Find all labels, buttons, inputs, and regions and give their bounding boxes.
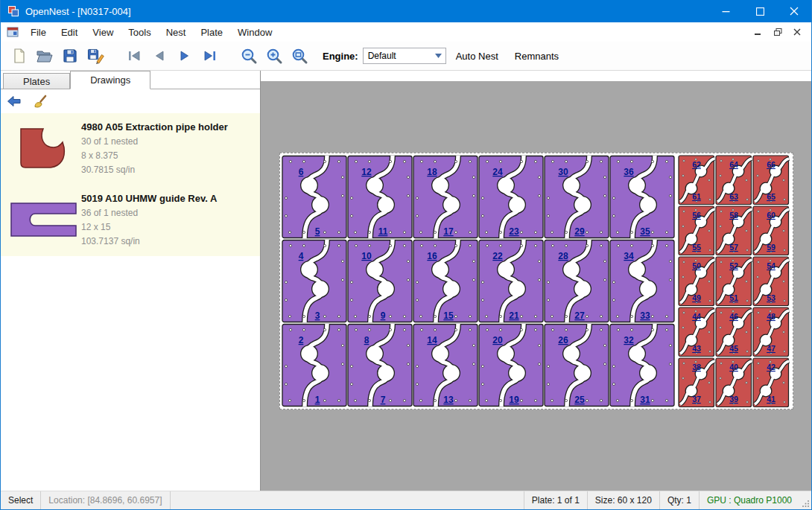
- menu-window[interactable]: Window: [230, 24, 279, 41]
- next-plate-button[interactable]: [172, 44, 197, 68]
- part-number: 36: [624, 167, 634, 177]
- menu-view[interactable]: View: [85, 24, 121, 41]
- zoom-fit-button[interactable]: [287, 44, 312, 68]
- status-mode: Select: [1, 491, 40, 509]
- part-pair-graphic: 65: [282, 155, 347, 239]
- last-plate-button[interactable]: [197, 44, 223, 68]
- nested-part-pair[interactable]: 6665: [752, 155, 790, 205]
- drawing-list-item[interactable]: 4980 A05 Extraction pipe holder 30 of 1 …: [1, 113, 260, 185]
- part-number: 19: [509, 395, 519, 405]
- nested-part-pair[interactable]: 2221: [478, 239, 544, 323]
- chevron-down-icon[interactable]: [432, 48, 445, 63]
- nested-part-pair[interactable]: 5453: [752, 256, 790, 307]
- status-bar: Select Location: [84.8696, 60.6957] Plat…: [1, 491, 811, 509]
- zoom-out-button[interactable]: [236, 44, 261, 68]
- mdi-minimize-button[interactable]: [750, 25, 767, 39]
- nested-part-pair[interactable]: 43: [282, 239, 347, 323]
- nested-part-pair[interactable]: 1615: [413, 239, 478, 323]
- close-button[interactable]: [777, 0, 811, 22]
- first-plate-button[interactable]: [121, 44, 147, 68]
- nested-part-pair[interactable]: 1211: [347, 155, 413, 239]
- part-pair-graphic: 1817: [413, 155, 478, 239]
- nested-part-pair[interactable]: 4645: [715, 307, 752, 357]
- nested-part-pair[interactable]: 4443: [678, 307, 715, 357]
- part-pair-graphic: 5453: [752, 256, 790, 307]
- remnants-button[interactable]: Remnants: [508, 46, 565, 66]
- previous-plate-button[interactable]: [147, 44, 172, 68]
- nested-part-pair[interactable]: 5655: [678, 205, 715, 256]
- new-button[interactable]: [7, 44, 32, 68]
- nested-part-pair[interactable]: 6261: [678, 155, 715, 205]
- nested-part-pair[interactable]: 4847: [752, 307, 790, 357]
- part-pair-graphic: 6261: [678, 155, 715, 205]
- drawing-name: 4980 A05 Extraction pipe holder: [81, 121, 256, 133]
- menu-nest[interactable]: Nest: [159, 24, 194, 41]
- drawing-list-item[interactable]: 5019 A10 UHMW guide Rev. A 36 of 1 neste…: [1, 185, 260, 256]
- save-button[interactable]: [57, 44, 83, 68]
- part-number: 25: [574, 395, 585, 405]
- engine-select[interactable]: Default: [363, 48, 446, 64]
- nested-part-pair[interactable]: 2019: [478, 323, 544, 407]
- nested-part-pair[interactable]: 3635: [609, 155, 675, 239]
- nested-part-pair[interactable]: 2827: [544, 239, 609, 323]
- nested-part-pair[interactable]: 1817: [413, 155, 478, 239]
- nest-canvas[interactable]: 6512111817242330293635431091615222128273…: [261, 81, 811, 491]
- nested-part-pair[interactable]: 4241: [752, 357, 790, 408]
- part-number: 31: [640, 395, 650, 405]
- maximize-button[interactable]: [743, 0, 777, 22]
- part-pair-graphic: 3635: [609, 155, 675, 239]
- blue-arrow-left-icon: [7, 95, 22, 107]
- status-size: Size: 60 x 120: [588, 491, 659, 509]
- clear-drawings-button[interactable]: [29, 92, 50, 111]
- nested-part-pair[interactable]: 2625: [544, 323, 609, 407]
- import-drawing-button[interactable]: [4, 92, 25, 111]
- nested-part-pair[interactable]: 3231: [609, 323, 675, 407]
- menu-edit[interactable]: Edit: [54, 24, 85, 41]
- part-number: 54: [767, 261, 775, 270]
- part-pair-graphic: 3837: [678, 357, 715, 408]
- mdi-restore-button[interactable]: [770, 25, 786, 39]
- resize-grip[interactable]: [799, 491, 811, 509]
- window-controls: [708, 0, 811, 22]
- nested-part-pair[interactable]: 3029: [544, 155, 609, 239]
- mdi-close-button[interactable]: [789, 25, 805, 39]
- nested-part-pair[interactable]: 21: [282, 323, 347, 407]
- tab-plates[interactable]: Plates: [3, 73, 70, 89]
- status-location: Location: [84.8696, 60.6957]: [41, 491, 169, 509]
- app-icon: [7, 5, 19, 17]
- part-pair-graphic: 6665: [752, 155, 790, 205]
- part-number: 27: [574, 310, 585, 321]
- minimize-button[interactable]: [708, 0, 743, 22]
- nested-part-pair[interactable]: 5251: [715, 256, 752, 307]
- nested-part-pair[interactable]: 3433: [609, 239, 675, 323]
- open-button[interactable]: [32, 44, 57, 68]
- part-number: 34: [624, 251, 634, 261]
- nested-part-pair[interactable]: 1413: [413, 323, 478, 407]
- nested-part-pair[interactable]: 87: [347, 323, 413, 407]
- next-arrow-icon: [177, 49, 193, 63]
- zoom-in-button[interactable]: [261, 44, 287, 68]
- nested-part-pair[interactable]: 109: [347, 239, 413, 323]
- part-number: 29: [574, 226, 585, 237]
- nested-part-pair[interactable]: 4039: [715, 357, 752, 408]
- menu-file[interactable]: File: [23, 24, 54, 41]
- nested-part-pair[interactable]: 65: [282, 155, 347, 239]
- tab-drawings[interactable]: Drawings: [70, 71, 150, 89]
- auto-nest-button[interactable]: Auto Nest: [449, 46, 505, 66]
- nested-part-pair[interactable]: 5857: [715, 205, 752, 256]
- nested-part-pair[interactable]: 6463: [715, 155, 752, 205]
- part-number: 52: [729, 261, 738, 270]
- panel-tabstrip: Plates Drawings: [1, 71, 260, 89]
- nested-part-pair[interactable]: 2423: [478, 155, 544, 239]
- nested-part-pair[interactable]: 6059: [752, 205, 790, 256]
- drawing-nested-count: 36 of 1 nested: [81, 206, 256, 220]
- save-icon: [62, 48, 78, 64]
- menu-tools[interactable]: Tools: [121, 24, 158, 41]
- nested-part-pair[interactable]: 3837: [678, 357, 715, 408]
- menu-plate[interactable]: Plate: [193, 24, 230, 41]
- part-number: 50: [692, 261, 701, 270]
- plate[interactable]: 6512111817242330293635431091615222128273…: [279, 153, 793, 409]
- nested-part-pair[interactable]: 5049: [678, 256, 715, 307]
- part-number: 30: [558, 167, 568, 177]
- save-as-button[interactable]: [83, 44, 108, 68]
